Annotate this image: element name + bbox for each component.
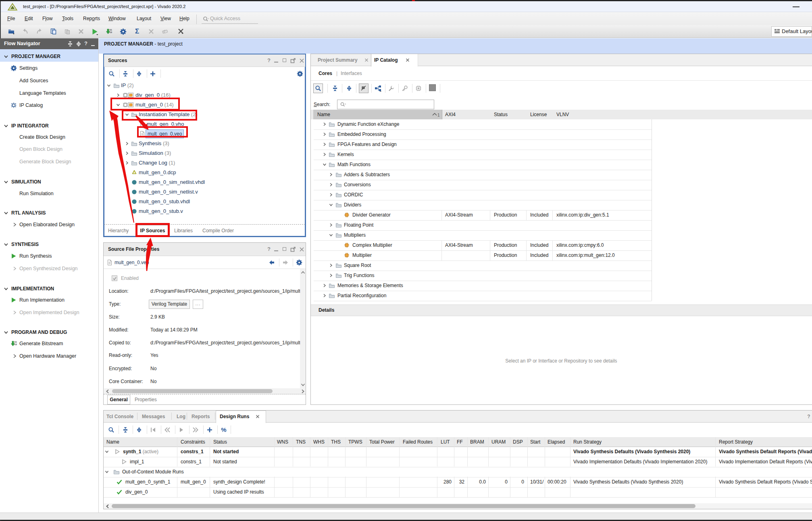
svg-text:10: 10	[110, 31, 112, 34]
svg-text:10: 10	[15, 343, 17, 346]
svg-text:1: 1	[437, 113, 440, 117]
